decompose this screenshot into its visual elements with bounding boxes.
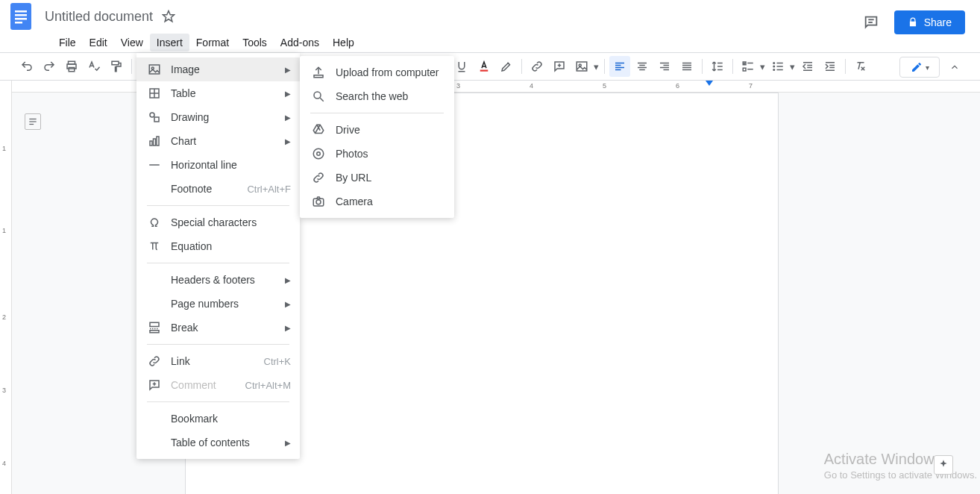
- shortcut-label: Ctrl+K: [264, 356, 291, 367]
- insert-horizontal-line[interactable]: Horizontal line: [136, 153, 300, 177]
- menu-add-ons[interactable]: Add-ons: [274, 34, 326, 51]
- menu-item-label: Link: [171, 355, 264, 367]
- paint-format-button[interactable]: [106, 56, 127, 77]
- bulleted-list-button[interactable]: ▾: [767, 56, 796, 77]
- svg-rect-41: [743, 68, 746, 71]
- ruler-tick: 4: [2, 460, 6, 467]
- collapse-toolbar-button[interactable]: [944, 57, 965, 78]
- share-button[interactable]: Share: [894, 10, 965, 34]
- spellcheck-button[interactable]: [84, 56, 104, 77]
- vertical-ruler[interactable]: 1 1 2 3 4: [0, 81, 12, 494]
- image-search-the-web[interactable]: Search the web: [300, 84, 454, 108]
- text-color-button[interactable]: [474, 56, 494, 77]
- image-drive[interactable]: Drive: [300, 118, 454, 142]
- insert-headers-footers[interactable]: Headers & footers▶: [136, 268, 300, 292]
- chart-icon: [145, 134, 163, 148]
- image-camera[interactable]: Camera: [300, 190, 454, 213]
- align-right-button[interactable]: [654, 56, 675, 77]
- svg-rect-75: [150, 331, 159, 333]
- insert-footnote[interactable]: FootnoteCtrl+Alt+F: [136, 177, 300, 201]
- checklist-button[interactable]: ▾: [738, 56, 766, 77]
- link-icon: [145, 354, 163, 368]
- menu-help[interactable]: Help: [326, 34, 361, 51]
- menu-item-label: Equation: [171, 240, 291, 252]
- insert-image[interactable]: Image▶: [136, 57, 300, 81]
- docs-logo[interactable]: [6, 1, 36, 31]
- menu-item-label: Special characters: [171, 216, 291, 228]
- submenu-item-label: Drive: [336, 124, 360, 136]
- pencil-icon: [911, 61, 923, 73]
- insert-table-of-contents[interactable]: Table of contents▶: [136, 431, 300, 454]
- image-submenu: Upload from computerSearch the webDriveP…: [300, 56, 454, 218]
- decrease-indent-button[interactable]: [797, 56, 818, 77]
- redo-button[interactable]: [39, 56, 60, 77]
- document-title[interactable]: Untitled document: [40, 7, 157, 26]
- insert-table[interactable]: Table▶: [136, 81, 300, 105]
- svg-rect-4: [15, 22, 22, 24]
- menu-edit[interactable]: Edit: [83, 34, 114, 51]
- svg-rect-70: [154, 139, 156, 146]
- title-bar: Untitled document Share: [0, 0, 980, 33]
- hr-icon: [145, 158, 163, 172]
- submenu-arrow-icon: ▶: [285, 137, 291, 146]
- image-by-url[interactable]: By URL: [300, 166, 454, 190]
- clear-formatting-button[interactable]: [850, 56, 871, 77]
- undo-button[interactable]: [16, 56, 37, 77]
- menu-bar: FileEditViewInsertFormatToolsAdd-onsHelp: [0, 33, 980, 52]
- insert-comment[interactable]: CommentCtrl+Alt+M: [136, 373, 300, 397]
- image-upload-from-computer[interactable]: Upload from computer: [300, 60, 454, 84]
- insert-bookmark[interactable]: Bookmark: [136, 407, 300, 431]
- ruler-tick: 6: [676, 82, 679, 90]
- image-photos[interactable]: Photos: [300, 142, 454, 166]
- drive-icon: [310, 123, 327, 137]
- align-justify-button[interactable]: [676, 56, 697, 77]
- margin-marker-icon[interactable]: [706, 81, 713, 86]
- show-outline-button[interactable]: [25, 113, 41, 130]
- menu-view[interactable]: View: [114, 34, 150, 51]
- insert-drawing[interactable]: Drawing▶: [136, 105, 300, 129]
- open-comments-button[interactable]: [861, 13, 881, 32]
- watermark-title: Activate Windows: [824, 451, 977, 468]
- add-comment-button[interactable]: [549, 56, 570, 77]
- increase-indent-button[interactable]: [820, 56, 841, 77]
- print-button[interactable]: [61, 56, 82, 77]
- highlight-color-button[interactable]: [496, 56, 517, 77]
- insert-break[interactable]: Break▶: [136, 316, 300, 340]
- underline-button[interactable]: [451, 56, 472, 77]
- align-left-button[interactable]: [609, 56, 630, 77]
- menu-file[interactable]: File: [52, 34, 83, 51]
- line-spacing-button[interactable]: [707, 56, 728, 77]
- editing-mode-button[interactable]: ▾: [899, 57, 940, 78]
- submenu-arrow-icon: ▶: [285, 276, 291, 284]
- svg-rect-48: [777, 69, 783, 71]
- ruler-tick: 5: [603, 82, 606, 90]
- windows-activation-overlay: Activate Windows Go to Settings to activ…: [824, 451, 977, 481]
- menu-format[interactable]: Format: [189, 34, 236, 51]
- submenu-item-label: Camera: [336, 196, 373, 207]
- menu-insert[interactable]: Insert: [150, 34, 189, 51]
- insert-chart[interactable]: Chart▶: [136, 129, 300, 153]
- submenu-arrow-icon: ▶: [285, 324, 291, 332]
- ruler-tick: 3: [2, 387, 6, 394]
- svg-rect-2: [15, 14, 27, 16]
- menu-item-label: Break: [171, 322, 285, 334]
- svg-rect-1: [15, 10, 27, 13]
- break-icon: [145, 321, 163, 334]
- explore-button[interactable]: [934, 455, 953, 475]
- insert-link-button[interactable]: [527, 56, 547, 77]
- align-center-button[interactable]: [632, 56, 653, 77]
- insert-link[interactable]: LinkCtrl+K: [136, 349, 300, 373]
- menu-tools[interactable]: Tools: [236, 34, 274, 51]
- ruler-tick: 2: [2, 313, 6, 321]
- menu-item-label: Headers & footers: [171, 274, 285, 286]
- insert-menu-dropdown: Image▶Table▶Drawing▶Chart▶Horizontal lin…: [136, 53, 300, 459]
- url-icon: [310, 171, 327, 184]
- insert-image-toolbar[interactable]: ▾: [571, 56, 600, 77]
- lock-icon: [908, 17, 918, 28]
- svg-rect-18: [577, 62, 587, 71]
- svg-point-85: [316, 200, 321, 204]
- insert-page-numbers[interactable]: Page numbers▶: [136, 292, 300, 316]
- insert-equation[interactable]: Equation: [136, 234, 300, 258]
- insert-special-characters[interactable]: Special characters: [136, 210, 300, 234]
- star-icon[interactable]: [162, 10, 175, 23]
